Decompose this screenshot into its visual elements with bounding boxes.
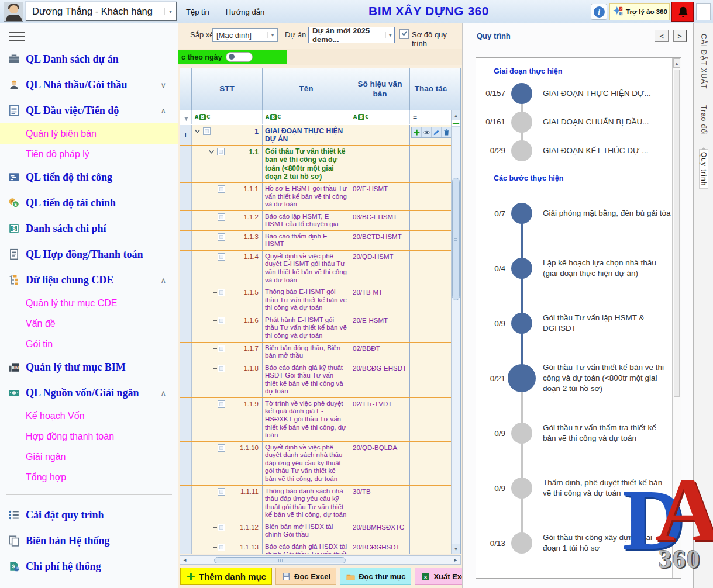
sidebar-item[interactable]: BIM Quản lý thư mục BIM	[0, 354, 178, 380]
step-circle-icon[interactable]	[511, 258, 532, 279]
column-header-stt[interactable]: STT	[192, 68, 263, 110]
menubar-item[interactable]: Tệp tin	[186, 8, 209, 16]
process-step-node[interactable]: 0/7 Giải phóng mặt bằng, đền bù gải tỏa	[476, 186, 672, 241]
edit-icon[interactable]	[432, 127, 442, 137]
sidebar-item[interactable]: QL Hợp đồng/Thanh toán	[0, 241, 178, 267]
row-checkbox[interactable]	[218, 365, 225, 372]
table-row[interactable]: 1.1.11 Thông báo danh sách nhà thầu đáp …	[180, 486, 452, 521]
step-circle-icon[interactable]	[511, 532, 532, 554]
row-checkbox[interactable]	[218, 253, 225, 261]
process-step-node[interactable]: 0/13 Gói thầu thi công xây dựng giai đoạ…	[476, 516, 672, 570]
table-row[interactable]: 1.1 Gói thầu Tư vấn thiết kế bản vẽ thi …	[180, 146, 452, 183]
step-circle-icon[interactable]	[511, 423, 532, 444]
row-checkbox[interactable]	[218, 317, 225, 324]
add-category-button[interactable]: Thêm danh mục	[180, 568, 272, 585]
column-header-ten[interactable]: Tên	[263, 68, 350, 110]
column-header-so-hieu[interactable]: Số hiệu văn bản	[350, 68, 410, 110]
expand-chevron-icon[interactable]	[194, 128, 201, 134]
sidebar-item[interactable]: Tiến độ pháp lý	[0, 144, 178, 164]
read-excel-button[interactable]: Đọc Excel	[275, 568, 336, 585]
sidebar-item[interactable]	[6, 494, 172, 495]
sidebar-item[interactable]: QL Đầu việc/Tiến độ	[0, 98, 178, 123]
process-phase-node[interactable]: 0/157 GIAI ĐOẠN THỰC HIỆN DỰ...	[476, 79, 672, 108]
sidebar-item[interactable]: Vấn đề	[0, 313, 178, 334]
add-icon[interactable]	[412, 127, 422, 137]
process-prev-button[interactable]: <	[655, 30, 669, 42]
table-row[interactable]: 1.1.9 Tờ trình về việc phê duyệt kết quả…	[180, 398, 452, 442]
table-row[interactable]: 1.1.2 Báo cáo lập HSMT, E-HSMT của tổ ch…	[180, 211, 452, 231]
side-tab[interactable]: Trao đổi	[700, 103, 708, 138]
sidebar-item[interactable]: $ Danh sách chi phí	[0, 216, 178, 241]
view-icon[interactable]	[422, 127, 432, 137]
row-checkbox[interactable]	[218, 444, 225, 452]
sidebar-item[interactable]: Biên bản Hệ thống	[0, 528, 178, 554]
row-checkbox[interactable]	[218, 345, 225, 352]
sidebar-item[interactable]: Kế hoạch Vốn	[0, 406, 178, 426]
user-select[interactable]: Dương Thắng - Khách hàng ▾	[26, 2, 177, 21]
menubar-item[interactable]: Hướng dẫn	[226, 8, 264, 16]
row-checkbox[interactable]	[218, 400, 225, 408]
row-checkbox[interactable]	[218, 488, 225, 496]
process-step-node[interactable]: 0/9 Gói thầu Tư vấn lập HSMT & ĐGHSDT	[476, 296, 672, 351]
project-select[interactable]: Dự án mới 2025 demo... ▾	[308, 27, 395, 43]
filter-stt[interactable]: ABC	[192, 110, 263, 124]
notification-button[interactable]	[671, 2, 694, 22]
sidebar-item[interactable]: Giải ngân	[0, 447, 178, 467]
expand-chevron-icon[interactable]	[208, 148, 215, 155]
delete-icon[interactable]	[442, 127, 452, 137]
row-checkbox[interactable]	[218, 544, 225, 551]
hamburger-menu-icon[interactable]	[9, 32, 25, 41]
read-folder-button[interactable]: Đọc thư mục	[340, 568, 411, 585]
sidebar-item[interactable]: QL Nhà thầu/Gói thầu	[0, 72, 178, 98]
step-circle-icon[interactable]	[511, 203, 532, 224]
row-checkbox[interactable]	[218, 213, 225, 221]
row-checkbox[interactable]	[218, 524, 225, 531]
sidebar-item[interactable]: Tổng hợp	[0, 467, 178, 487]
step-circle-icon[interactable]	[511, 478, 532, 499]
vertical-scroll-thumb[interactable]	[452, 178, 460, 300]
row-checkbox[interactable]	[218, 185, 225, 193]
date-filter-toggle[interactable]	[226, 52, 253, 62]
phase-circle-icon[interactable]	[511, 83, 532, 104]
phase-circle-icon[interactable]	[511, 112, 532, 133]
sidebar-item[interactable]: Quản lý thư mục CDE	[0, 293, 178, 313]
side-tab[interactable]: Quy trình	[700, 150, 708, 188]
assistant-button[interactable]: 76 Trợ lý ảo 360	[609, 3, 670, 20]
step-circle-icon[interactable]	[511, 313, 532, 334]
table-row[interactable]: 1.1.1 Hồ sơ E-HSMT gói thầu Tư vấn thiết…	[180, 183, 452, 211]
horizontal-scroll-thumb[interactable]	[214, 557, 346, 563]
sidebar-item[interactable]: $$ QL tiến độ tài chính	[0, 190, 178, 216]
row-checkbox[interactable]	[217, 148, 225, 155]
step-circle-icon[interactable]	[508, 364, 536, 392]
table-row[interactable]: 1.1.5 Thông báo E-HSMT gói thầu Tư vấn t…	[180, 286, 452, 314]
horizontal-scrollbar[interactable]: ◄ ►	[180, 555, 461, 565]
table-row[interactable]: 1.1.3 Báo cáo thẩm định E-HSMT 20/BCTĐ-H…	[180, 231, 452, 251]
process-step-node[interactable]: 0/21 Gói thầu Tư vấn thiết kế bản vẽ thi…	[476, 351, 672, 406]
scroll-down-icon[interactable]: ▼	[452, 544, 460, 554]
table-row[interactable]: 1.1.13 Báo cáo đánh giá HSĐX tài chính G…	[180, 541, 452, 554]
sidebar-item[interactable]: Hợp đồng thanh toán	[0, 426, 178, 447]
table-row[interactable]: 1.1.6 Phát hành E-HSMT gói thầu Tư vấn t…	[180, 314, 452, 343]
scroll-left-icon[interactable]: ◄	[180, 558, 190, 563]
table-row[interactable]: 1.1.10 Quyết định về việc phê duyệt danh…	[180, 442, 452, 486]
process-step-node[interactable]: 0/9 Gói thầu tư vấn thẩm tra thiết kế bả…	[476, 406, 672, 461]
sidebar-item[interactable]: Cài đặt quy trình	[0, 502, 178, 528]
flow-diagram-checkbox[interactable]	[399, 29, 409, 39]
table-row[interactable]: 1.1.4 Quyết định về việc phê duyệt E-HSM…	[180, 251, 452, 286]
row-checkbox[interactable]	[218, 233, 225, 241]
table-row[interactable]: 1.1.7 Biên bản đóng thầu, Biên bản mở th…	[180, 343, 452, 362]
scroll-up-icon[interactable]: ▲	[673, 58, 680, 68]
sort-select[interactable]: [Mặc định] ▾	[212, 28, 278, 42]
collapse-dash-icon[interactable]: —	[452, 120, 460, 127]
vertical-scrollbar[interactable]: ▲ — ▼	[451, 110, 460, 554]
sidebar-item[interactable]: $ Chi phí hệ thống	[0, 554, 178, 579]
process-next-button[interactable]: >	[673, 30, 687, 42]
table-row[interactable]: 1.1.12 Biên bản mở HSĐX tài chính Gói th…	[180, 521, 452, 541]
process-scroll-thumb[interactable]	[674, 70, 680, 397]
filter-thao-tac[interactable]: =	[410, 110, 452, 124]
sidebar-item[interactable]: Quản lý biên bản	[0, 123, 178, 144]
row-checkbox[interactable]	[203, 127, 211, 135]
process-phase-node[interactable]: 0/161 GIAI ĐOẠN CHUẨN BỊ ĐẦU...	[476, 108, 672, 136]
column-header-thao-tac[interactable]: Thao tác	[410, 68, 452, 110]
process-step-node[interactable]: 0/4 Lập kế hoạch lựa chọn nhà thầu (giai…	[476, 241, 672, 296]
